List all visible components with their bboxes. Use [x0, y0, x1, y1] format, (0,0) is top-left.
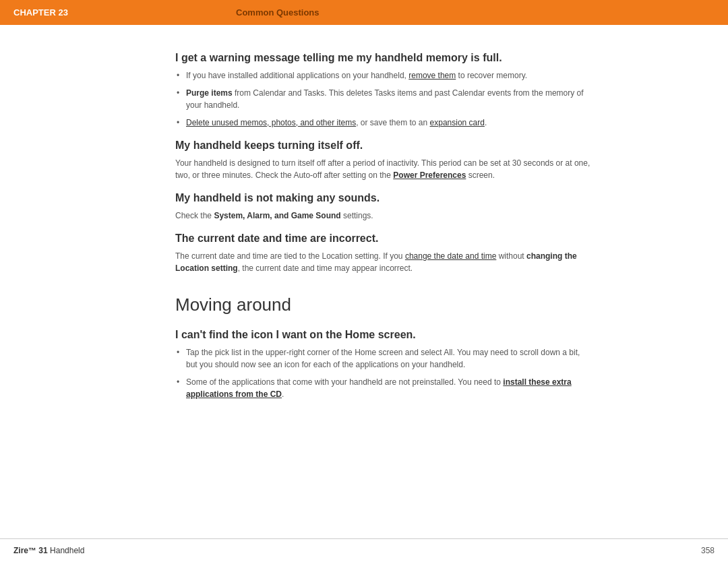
- bold-purge-items: Purge items: [186, 88, 233, 98]
- heading-find-icon: I can't find the icon I want on the Home…: [175, 329, 593, 341]
- link-remove-them[interactable]: remove them: [408, 71, 456, 80]
- link-expansion-card[interactable]: expansion card: [430, 118, 485, 127]
- footer-product-name: Zire™ 31 Handheld: [13, 546, 84, 555]
- bullet-not-preinstalled: Some of the applications that come with …: [175, 376, 593, 400]
- bullet-remove: If you have installed additional applica…: [175, 69, 593, 82]
- bullet-tap-picklist: Tap the pick list in the upper-right cor…: [175, 346, 593, 371]
- link-change-date-time[interactable]: change the date and time: [405, 251, 496, 261]
- major-heading-moving-around: Moving around: [175, 294, 593, 315]
- main-content: I get a warning message telling me my ha…: [0, 25, 728, 431]
- section-find-icon: I can't find the icon I want on the Home…: [175, 329, 593, 400]
- bullet-delete-unused: Delete unused memos, photos, and other i…: [175, 117, 593, 129]
- section-memory-full: I get a warning message telling me my ha…: [175, 52, 593, 129]
- body-turning-off: Your handheld is designed to turn itself…: [175, 157, 593, 181]
- footer-left-text: Zire™ 31 Handheld: [13, 546, 84, 555]
- heading-turning-off: My handheld keeps turning itself off.: [175, 139, 593, 152]
- link-delete-unused[interactable]: Delete unused memos, photos, and other i…: [186, 118, 356, 127]
- footer-page-number: 358: [701, 546, 715, 555]
- heading-date-time: The current date and time are incorrect.: [175, 232, 593, 245]
- link-power-preferences[interactable]: Power Preferences: [393, 170, 466, 180]
- section-date-time: The current date and time are incorrect.…: [175, 232, 593, 274]
- section-no-sounds: My handheld is not making any sounds. Ch…: [175, 192, 593, 222]
- body-no-sounds: Check the System, Alarm, and Game Sound …: [175, 210, 593, 222]
- footer: Zire™ 31 Handheld 358: [0, 538, 728, 562]
- section-turning-off: My handheld keeps turning itself off. Yo…: [175, 139, 593, 181]
- bold-location-setting: changing the Location setting: [175, 251, 577, 273]
- header-bar: CHAPTER 23 Common Questions: [0, 0, 728, 25]
- link-install-from-cd[interactable]: install these extra applications from th…: [186, 377, 572, 399]
- bullet-purge: Purge items from Calendar and Tasks. Thi…: [175, 87, 593, 111]
- body-date-time: The current date and time are tied to th…: [175, 250, 593, 274]
- bold-system-alarm: System, Alarm, and Game Sound: [214, 211, 340, 220]
- header-chapter-title: Common Questions: [222, 0, 728, 25]
- header-chapter-label: CHAPTER 23: [0, 0, 222, 25]
- heading-memory-full: I get a warning message telling me my ha…: [175, 52, 593, 64]
- heading-no-sounds: My handheld is not making any sounds.: [175, 192, 593, 204]
- section-moving-around: Moving around I can't find the icon I wa…: [175, 294, 593, 400]
